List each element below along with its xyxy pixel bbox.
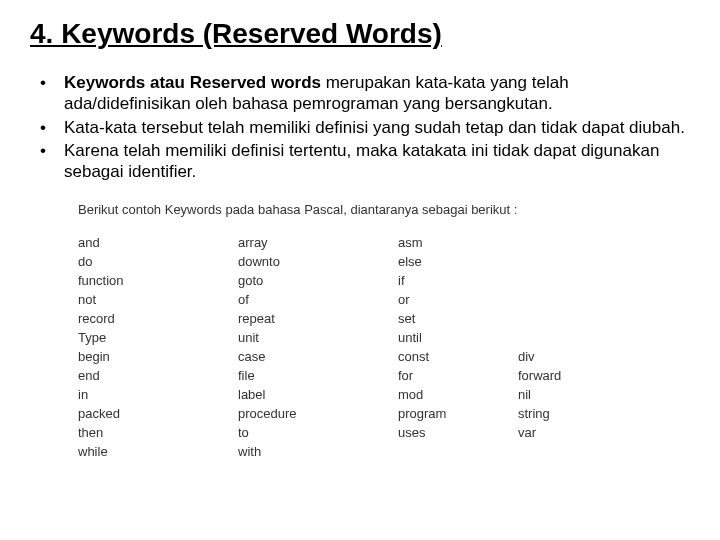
keyword-cell: to — [238, 423, 398, 442]
table-row: inlabelmodnil — [78, 385, 618, 404]
keyword-cell: div — [518, 347, 618, 366]
keyword-cell: in — [78, 385, 238, 404]
page-title: 4. Keywords (Reserved Words) — [30, 18, 690, 50]
keyword-cell: unit — [238, 328, 398, 347]
bullet-item: • Keywords atau Reserved words merupakan… — [40, 72, 690, 115]
table-row: thentousesvar — [78, 423, 618, 442]
table-row: begincaseconstdiv — [78, 347, 618, 366]
bullet-item: • Kata-kata tersebut telah memiliki defi… — [40, 117, 690, 138]
keyword-cell: procedure — [238, 404, 398, 423]
keyword-cell: if — [398, 271, 518, 290]
keyword-cell — [518, 309, 618, 328]
keyword-cell: nil — [518, 385, 618, 404]
keyword-cell: goto — [238, 271, 398, 290]
keyword-cell: then — [78, 423, 238, 442]
keyword-cell: uses — [398, 423, 518, 442]
table-row: Typeunituntil — [78, 328, 618, 347]
bullet-item: • Karena telah memiliki definisi tertent… — [40, 140, 690, 183]
keyword-cell: and — [78, 233, 238, 252]
keyword-cell: array — [238, 233, 398, 252]
table-row: endfileforforward — [78, 366, 618, 385]
keyword-cell: do — [78, 252, 238, 271]
bullet-text: Kata-kata tersebut telah memiliki defini… — [64, 117, 690, 138]
table-row: recordrepeatset — [78, 309, 618, 328]
keyword-cell: forward — [518, 366, 618, 385]
bullet-text: Keywords atau Reserved words merupakan k… — [64, 72, 690, 115]
keyword-cell — [518, 252, 618, 271]
bullet-rest: Kata-kata tersebut telah memiliki defini… — [64, 118, 685, 137]
keyword-cell — [518, 233, 618, 252]
keyword-cell — [518, 271, 618, 290]
keyword-cell: file — [238, 366, 398, 385]
keyword-cell — [518, 442, 618, 461]
keyword-cell: for — [398, 366, 518, 385]
keyword-cell: function — [78, 271, 238, 290]
keyword-cell: end — [78, 366, 238, 385]
table-row: andarrayasm — [78, 233, 618, 252]
keyword-cell: const — [398, 347, 518, 366]
keyword-cell: var — [518, 423, 618, 442]
keyword-cell: asm — [398, 233, 518, 252]
keyword-cell: until — [398, 328, 518, 347]
table-row: packedprocedureprogramstring — [78, 404, 618, 423]
keyword-cell: begin — [78, 347, 238, 366]
keyword-cell: of — [238, 290, 398, 309]
keyword-cell: set — [398, 309, 518, 328]
table-row: whilewith — [78, 442, 618, 461]
keyword-cell: string — [518, 404, 618, 423]
table-row: functiongotoif — [78, 271, 618, 290]
bullet-dot: • — [40, 117, 64, 138]
keyword-cell: else — [398, 252, 518, 271]
bullet-dot: • — [40, 72, 64, 115]
bullet-rest: Karena telah memiliki definisi tertentu,… — [64, 141, 659, 181]
keyword-cell: while — [78, 442, 238, 461]
keyword-cell: repeat — [238, 309, 398, 328]
keyword-cell: program — [398, 404, 518, 423]
keyword-cell: record — [78, 309, 238, 328]
keyword-cell: downto — [238, 252, 398, 271]
bullet-text: Karena telah memiliki definisi tertentu,… — [64, 140, 690, 183]
bullet-list: • Keywords atau Reserved words merupakan… — [30, 72, 690, 182]
keyword-cell: with — [238, 442, 398, 461]
keywords-table: andarrayasmdodowntoelsefunctiongotoifnot… — [78, 233, 618, 461]
intro-text: Berikut contoh Keywords pada bahasa Pasc… — [78, 202, 690, 217]
bullet-bold: Keywords atau Reserved words — [64, 73, 321, 92]
keyword-cell — [518, 328, 618, 347]
keyword-cell: Type — [78, 328, 238, 347]
table-row: dodowntoelse — [78, 252, 618, 271]
table-row: notofor — [78, 290, 618, 309]
keyword-cell: not — [78, 290, 238, 309]
keyword-cell: mod — [398, 385, 518, 404]
keyword-cell: label — [238, 385, 398, 404]
keyword-cell: packed — [78, 404, 238, 423]
keyword-cell: or — [398, 290, 518, 309]
keyword-cell — [398, 442, 518, 461]
keyword-cell: case — [238, 347, 398, 366]
keyword-cell — [518, 290, 618, 309]
bullet-dot: • — [40, 140, 64, 183]
